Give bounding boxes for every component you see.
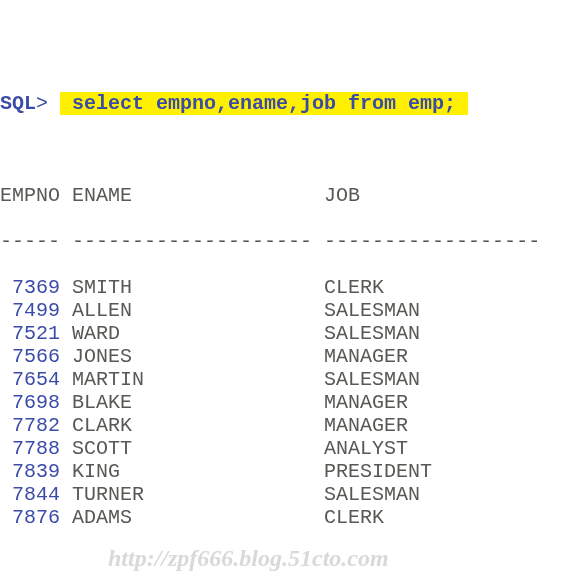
cell-job: ANALYST: [324, 437, 408, 460]
cell-empno: 7788: [0, 437, 60, 460]
table-row: 7844 TURNER SALESMAN: [0, 483, 565, 506]
cell-ename: MARTIN: [60, 368, 324, 391]
cell-ename: JONES: [60, 345, 324, 368]
cell-job: SALESMAN: [324, 368, 420, 391]
cell-ename: SMITH: [60, 276, 324, 299]
cell-ename: ALLEN: [60, 299, 324, 322]
cell-empno: 7839: [0, 460, 60, 483]
header-row: EMPNO ENAME JOB: [0, 184, 565, 207]
table-row: 7839 KING PRESIDENT: [0, 460, 565, 483]
sql-query: select empno,ename,job from emp;: [60, 92, 468, 115]
cell-job: MANAGER: [324, 391, 408, 414]
divider-row: ----- -------------------- -------------…: [0, 230, 565, 253]
cell-empno: 7844: [0, 483, 60, 506]
dash: --------------------: [72, 230, 312, 253]
cell-job: CLERK: [324, 506, 384, 529]
cell-job: PRESIDENT: [324, 460, 432, 483]
col-job: JOB: [324, 184, 360, 207]
cell-empno: 7876: [0, 506, 60, 529]
cell-empno: 7654: [0, 368, 60, 391]
table-row: 7654 MARTIN SALESMAN: [0, 368, 565, 391]
table-row: 7499 ALLEN SALESMAN: [0, 299, 565, 322]
cell-ename: TURNER: [60, 483, 324, 506]
sql-prompt-line: SQL> select empno,ename,job from emp;: [0, 92, 565, 115]
col-ename: ENAME: [72, 184, 132, 207]
cell-job: SALESMAN: [324, 299, 420, 322]
cell-job: CLERK: [324, 276, 384, 299]
cell-ename: BLAKE: [60, 391, 324, 414]
cell-ename: SCOTT: [60, 437, 324, 460]
cell-job: MANAGER: [324, 414, 408, 437]
table-row: 7521 WARD SALESMAN: [0, 322, 565, 345]
cell-ename: CLARK: [60, 414, 324, 437]
cell-empno: 7698: [0, 391, 60, 414]
cell-ename: ADAMS: [60, 506, 324, 529]
watermark-url: http://zpf666.blog.51cto.com: [108, 545, 389, 573]
blank-line: [0, 138, 565, 161]
cell-empno: 7782: [0, 414, 60, 437]
cell-job: SALESMAN: [324, 322, 420, 345]
table-row: 7566 JONES MANAGER: [0, 345, 565, 368]
table-row: 7788 SCOTT ANALYST: [0, 437, 565, 460]
cell-job: MANAGER: [324, 345, 408, 368]
dash: -----: [0, 230, 60, 253]
col-empno: EMPNO: [0, 184, 60, 207]
table-row: 7369 SMITH CLERK: [0, 276, 565, 299]
cell-empno: 7566: [0, 345, 60, 368]
dash: ------------------: [324, 230, 540, 253]
cell-empno: 7521: [0, 322, 60, 345]
table-row: 7876 ADAMS CLERK: [0, 506, 565, 529]
cell-empno: 7499: [0, 299, 60, 322]
cell-ename: KING: [60, 460, 324, 483]
cell-job: SALESMAN: [324, 483, 420, 506]
table-row: 7698 BLAKE MANAGER: [0, 391, 565, 414]
prompt-symbol: >: [36, 92, 48, 115]
cell-ename: WARD: [60, 322, 324, 345]
table-row: 7782 CLARK MANAGER: [0, 414, 565, 437]
cell-empno: 7369: [0, 276, 60, 299]
sql-label: SQL: [0, 92, 36, 115]
